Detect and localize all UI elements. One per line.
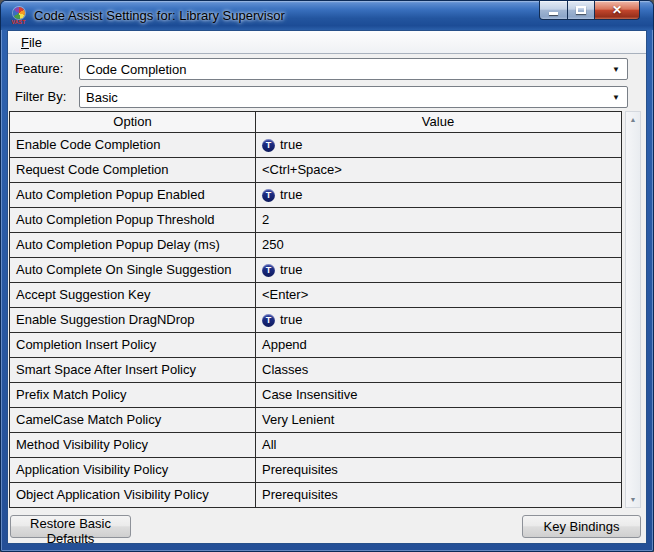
value-cell: <Enter> — [255, 283, 621, 307]
vertical-scrollbar[interactable]: ▲ ▼ — [625, 111, 641, 508]
close-icon: ✕ — [612, 4, 622, 16]
option-cell: Auto Completion Popup Delay (ms) — [10, 233, 255, 257]
settings-window: VAST Code Assist Settings for: Library S… — [0, 0, 654, 552]
option-cell: Smart Space After Insert Policy — [10, 358, 255, 382]
value-cell: Prerequisites — [255, 483, 621, 507]
window-title: Code Assist Settings for: Library Superv… — [34, 8, 285, 23]
chevron-down-icon: ▼ — [612, 93, 627, 102]
value-cell: Ttrue — [255, 183, 621, 207]
true-icon: T — [262, 264, 275, 277]
value-cell: Classes — [255, 358, 621, 382]
window-controls: ✕ — [539, 0, 640, 20]
option-cell: Auto Completion Popup Enabled — [10, 183, 255, 207]
feature-dropdown[interactable]: Code Completion ▼ — [79, 58, 628, 80]
value-cell: Ttrue — [255, 133, 621, 157]
table-row[interactable]: Application Visibility PolicyPrerequisit… — [10, 458, 621, 483]
option-cell: Request Code Completion — [10, 158, 255, 182]
minimize-icon — [549, 12, 558, 15]
table-row[interactable]: Accept Suggestion Key<Enter> — [10, 283, 621, 308]
value-cell: Ttrue — [255, 308, 621, 332]
minimize-button[interactable] — [539, 0, 568, 20]
close-button[interactable]: ✕ — [594, 0, 640, 20]
table-row[interactable]: Request Code Completion<Ctrl+Space> — [10, 158, 621, 183]
true-icon: T — [262, 314, 275, 327]
value-cell: 250 — [255, 233, 621, 257]
table-row[interactable]: Auto Completion Popup EnabledTtrue — [10, 183, 621, 208]
scroll-up-icon[interactable]: ▲ — [630, 112, 637, 127]
value-cell: All — [255, 433, 621, 457]
value-cell: Append — [255, 333, 621, 357]
option-cell: Accept Suggestion Key — [10, 283, 255, 307]
table-row[interactable]: Prefix Match PolicyCase Insensitive — [10, 383, 621, 408]
value-column-header: Value — [255, 112, 621, 132]
table-row[interactable]: Method Visibility PolicyAll — [10, 433, 621, 458]
key-bindings-button[interactable]: Key Bindings — [522, 515, 641, 538]
vast-label: VAST — [11, 20, 25, 25]
true-icon: T — [262, 189, 275, 202]
option-cell: Completion Insert Policy — [10, 333, 255, 357]
value-cell: 2 — [255, 208, 621, 232]
maximize-button[interactable] — [567, 0, 595, 20]
menu-item-file[interactable]: File — [14, 33, 49, 52]
table-body: Enable Code CompletionTtrueRequest Code … — [10, 133, 621, 508]
table-row[interactable]: Enable Code CompletionTtrue — [10, 133, 621, 158]
filter-by-dropdown[interactable]: Basic ▼ — [79, 86, 628, 108]
value-cell: Very Lenient — [255, 408, 621, 432]
options-table: Option Value Enable Code CompletionTtrue… — [9, 111, 622, 508]
table-row[interactable]: Auto Complete On Single SuggestionTtrue — [10, 258, 621, 283]
value-cell: Prerequisites — [255, 458, 621, 482]
restore-defaults-button[interactable]: Restore Basic Defaults — [10, 515, 131, 538]
scroll-down-icon[interactable]: ▼ — [630, 492, 637, 507]
table-row[interactable]: CamelCase Match PolicyVery Lenient — [10, 408, 621, 433]
table-row[interactable]: Completion Insert PolicyAppend — [10, 333, 621, 358]
option-cell: Method Visibility Policy — [10, 433, 255, 457]
option-cell: Application Visibility Policy — [10, 458, 255, 482]
value-cell: <Ctrl+Space> — [255, 158, 621, 182]
option-cell: Enable Code Completion — [10, 133, 255, 157]
filter-by-label: Filter By: — [15, 86, 66, 108]
feature-label: Feature: — [15, 58, 63, 80]
menu-bar: File — [8, 31, 646, 54]
client-area: File Feature: Code Completion ▼ Filter B… — [7, 30, 647, 544]
table-row[interactable]: Object Application Visibility PolicyPrer… — [10, 483, 621, 508]
true-icon: T — [262, 139, 275, 152]
option-cell: Prefix Match Policy — [10, 383, 255, 407]
option-column-header: Option — [10, 112, 255, 132]
value-cell: Ttrue — [255, 258, 621, 282]
vast-pinwheel-icon — [13, 7, 25, 19]
table-row[interactable]: Auto Completion Popup Threshold2 — [10, 208, 621, 233]
option-cell: Object Application Visibility Policy — [10, 483, 255, 507]
table-row[interactable]: Enable Suggestion DragNDropTtrue — [10, 308, 621, 333]
value-cell: Case Insensitive — [255, 383, 621, 407]
option-cell: Auto Completion Popup Threshold — [10, 208, 255, 232]
maximize-icon — [576, 6, 586, 14]
titlebar[interactable]: VAST Code Assist Settings for: Library S… — [1, 1, 653, 30]
table-row[interactable]: Smart Space After Insert PolicyClasses — [10, 358, 621, 383]
filter-by-dropdown-value: Basic — [86, 90, 612, 105]
table-header: Option Value — [10, 112, 621, 133]
option-cell: Auto Complete On Single Suggestion — [10, 258, 255, 282]
table-row[interactable]: Auto Completion Popup Delay (ms)250 — [10, 233, 621, 258]
chevron-down-icon: ▼ — [612, 65, 627, 74]
option-cell: CamelCase Match Policy — [10, 408, 255, 432]
app-icon: VAST — [10, 7, 27, 25]
feature-dropdown-value: Code Completion — [86, 62, 612, 77]
option-cell: Enable Suggestion DragNDrop — [10, 308, 255, 332]
